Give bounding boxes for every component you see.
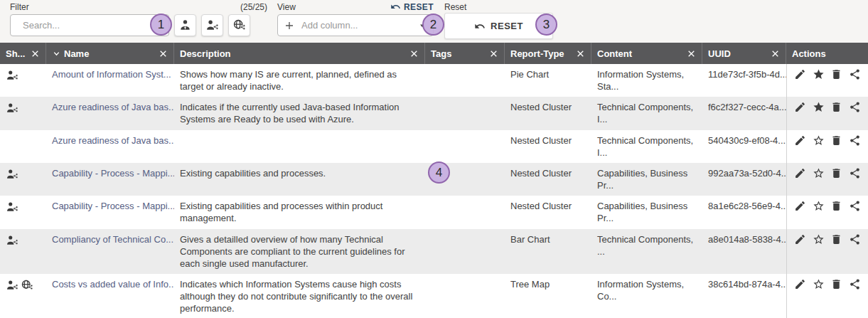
column-label: UUID (708, 48, 731, 59)
view-label: View (277, 2, 296, 12)
favorite-star-icon[interactable] (813, 68, 825, 80)
report-name-link[interactable]: Costs vs added value of Info... (46, 274, 174, 318)
report-name-link[interactable]: Capability - Process - Mappi... (46, 163, 174, 196)
content-cell: Technical Components, ... (591, 229, 702, 274)
globe-share-icon (232, 18, 246, 32)
shared-cell (0, 97, 46, 129)
shared-cell (0, 274, 46, 318)
tags-cell (425, 64, 505, 97)
column-header-name[interactable]: Name (46, 43, 174, 64)
report-type-cell: Nested Cluster (505, 163, 591, 196)
edit-icon[interactable] (794, 167, 806, 179)
column-label: Tags (431, 48, 451, 59)
add-column-combobox[interactable] (277, 14, 434, 36)
person-share-icon (6, 102, 18, 115)
shared-reports-filter-button[interactable] (201, 14, 223, 36)
person-share-icon (6, 201, 18, 213)
column-label: Content (597, 48, 632, 59)
share-icon[interactable] (849, 278, 861, 290)
business-person-icon (178, 18, 192, 32)
report-type-cell: Nested Cluster (505, 97, 591, 129)
remove-column-icon[interactable] (31, 49, 40, 58)
column-header-report-type[interactable]: Report-Type (505, 43, 591, 64)
share-icon[interactable] (849, 68, 861, 80)
delete-icon[interactable] (830, 134, 842, 147)
my-reports-filter-button[interactable] (174, 14, 196, 36)
view-reset-button[interactable]: RESET (390, 1, 434, 12)
person-share-icon (6, 168, 18, 181)
table-row[interactable]: Azure readiness of Java bas... Nested Cl… (0, 130, 868, 163)
remove-column-icon[interactable] (409, 49, 419, 58)
delete-icon[interactable] (830, 233, 842, 245)
edit-icon[interactable] (794, 233, 806, 245)
share-icon[interactable] (849, 101, 861, 113)
search-box[interactable] (10, 14, 169, 36)
uuid-cell: f6c2f327-cecc-4a... (702, 97, 786, 129)
share-icon[interactable] (849, 233, 861, 245)
column-header-sh[interactable]: Sh... (0, 43, 46, 64)
edit-icon[interactable] (794, 68, 806, 80)
share-icon[interactable] (849, 200, 861, 212)
sort-descending-icon[interactable] (52, 49, 61, 58)
report-type-cell: Nested Cluster (505, 130, 591, 163)
annotation-circle-3: 3 (535, 14, 557, 36)
remove-column-icon[interactable] (771, 49, 780, 58)
column-header-tags[interactable]: Tags (425, 43, 505, 64)
favorite-star-icon[interactable] (813, 200, 825, 212)
favorite-star-icon[interactable] (813, 278, 825, 290)
tags-cell (425, 97, 505, 129)
column-header-description[interactable]: Description (174, 43, 425, 64)
share-icon[interactable] (849, 134, 861, 147)
description-cell: Shows how many IS are current, planned, … (174, 64, 425, 97)
remove-column-icon[interactable] (489, 49, 498, 58)
column-header-actions[interactable]: Actions (786, 43, 868, 64)
favorite-star-icon[interactable] (813, 167, 825, 179)
add-column-input[interactable] (300, 19, 407, 31)
search-input[interactable] (21, 19, 139, 31)
content-cell: Information Systems, Co... (591, 274, 702, 318)
edit-icon[interactable] (794, 200, 806, 212)
column-label: Description (180, 48, 231, 59)
delete-icon[interactable] (830, 200, 842, 212)
content-cell: Technical Components, I... (591, 97, 702, 129)
uuid-cell: a8e014a8-5838-4... (702, 229, 786, 274)
favorite-star-icon[interactable] (813, 134, 825, 147)
edit-icon[interactable] (794, 134, 806, 147)
remove-column-icon[interactable] (687, 49, 696, 58)
delete-icon[interactable] (830, 167, 842, 179)
table-row[interactable]: Capability - Process - Mappi... Existing… (0, 196, 868, 228)
column-header-uuid[interactable]: UUID (702, 43, 786, 64)
edit-icon[interactable] (794, 101, 806, 113)
table-row[interactable]: Amount of Information Syst... Shows how … (0, 64, 868, 97)
report-name-link[interactable]: Amount of Information Syst... (46, 64, 174, 97)
column-label: Report-Type (510, 48, 564, 59)
remove-column-icon[interactable] (576, 49, 585, 58)
table-row[interactable]: Costs vs added value of Info... Indicate… (0, 274, 868, 318)
table-row[interactable]: Azure readiness of Java bas... Indicates… (0, 97, 868, 129)
delete-icon[interactable] (830, 68, 842, 80)
edit-icon[interactable] (794, 278, 806, 290)
report-name-link[interactable]: Capability - Process - Mappi... (46, 196, 174, 228)
remove-column-icon[interactable] (159, 49, 168, 58)
table-row[interactable]: Compliancy of Technical Co... Gives a de… (0, 229, 868, 274)
favorite-star-icon[interactable] (813, 233, 825, 245)
person-share-icon (6, 234, 18, 247)
actions-cell (786, 196, 868, 228)
column-label: Actions (792, 48, 826, 59)
person-share-icon (6, 69, 18, 82)
undo-icon (474, 21, 486, 32)
report-name-link[interactable]: Azure readiness of Java bas... (46, 130, 174, 163)
public-reports-filter-button[interactable] (228, 14, 250, 36)
actions-cell (786, 274, 868, 318)
reset-panel-label: Reset (444, 2, 466, 12)
annotation-circle-2: 2 (422, 14, 444, 36)
share-icon[interactable] (849, 167, 861, 179)
delete-icon[interactable] (830, 101, 842, 113)
delete-icon[interactable] (830, 278, 842, 290)
person-share-icon (6, 279, 18, 292)
favorite-star-icon[interactable] (813, 101, 825, 113)
report-name-link[interactable]: Compliancy of Technical Co... (46, 229, 174, 274)
report-type-cell: Pie Chart (505, 64, 591, 97)
report-name-link[interactable]: Azure readiness of Java bas... (46, 97, 174, 129)
column-header-content[interactable]: Content (591, 43, 702, 64)
